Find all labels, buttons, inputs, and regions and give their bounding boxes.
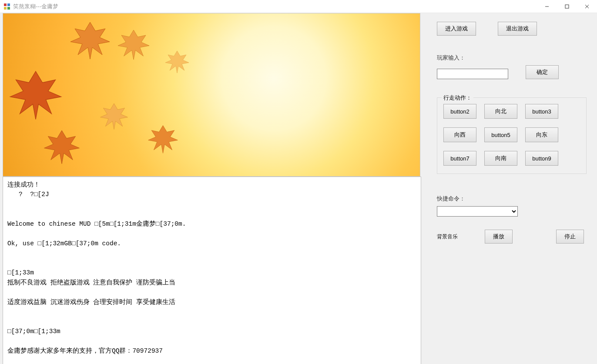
direction-button5[interactable]: button5 <box>484 127 517 142</box>
quick-command-section: 快捷命令： <box>437 195 587 217</box>
direction-east[interactable]: 向东 <box>525 127 558 142</box>
svg-rect-5 <box>565 5 569 8</box>
console-line: 适度游戏益脑 沉迷游戏伤身 合理安排时间 享受健康生活 <box>7 299 175 306</box>
movement-group: 行走动作： button2 向北 button3 向西 button5 向东 b… <box>437 97 587 174</box>
movement-title: 行走动作： <box>442 94 473 102</box>
stop-button[interactable]: 停止 <box>556 230 584 244</box>
direction-button3[interactable]: button3 <box>525 104 558 119</box>
banner-image <box>3 13 420 177</box>
exit-game-button[interactable]: 退出游戏 <box>498 22 537 36</box>
music-section: 背景音乐 播放 停止 <box>437 230 587 244</box>
direction-button2[interactable]: button2 <box>443 104 476 119</box>
direction-button7[interactable]: button7 <box>443 151 476 166</box>
svg-rect-3 <box>7 7 10 10</box>
window-controls <box>537 0 597 13</box>
app-window: 笑熬浆糊---金庸梦 连接成功！ ? ?□[2J Welcome to chin… <box>0 0 597 364</box>
maximize-button[interactable] <box>557 0 577 13</box>
enter-game-button[interactable]: 进入游戏 <box>437 22 476 36</box>
confirm-button[interactable]: 确定 <box>526 65 559 79</box>
player-input[interactable] <box>437 69 508 79</box>
console-output[interactable]: 连接成功！ ? ?□[2J Welcome to chinese MUD □[5… <box>3 177 421 364</box>
console-line: □[1;33m <box>7 269 34 276</box>
titlebar: 笑熬浆糊---金庸梦 <box>0 0 597 13</box>
direction-button9[interactable]: button9 <box>525 151 558 166</box>
app-icon <box>3 3 10 10</box>
quick-command-label: 快捷命令： <box>437 195 587 203</box>
quick-command-select[interactable] <box>437 206 518 217</box>
console-line: 金庸梦感谢大家多年来的支持，官方QQ群：70972937 <box>7 347 163 354</box>
svg-rect-2 <box>4 7 7 10</box>
left-column: 连接成功！ ? ?□[2J Welcome to chinese MUD □[5… <box>3 13 421 364</box>
window-title: 笑熬浆糊---金庸梦 <box>13 3 537 10</box>
music-label: 背景音乐 <box>437 233 463 240</box>
console-line: 抵制不良游戏 拒绝盗版游戏 注意自我保护 谨防受骗上当 <box>7 279 175 286</box>
play-button[interactable]: 播放 <box>485 230 513 244</box>
top-buttons: 进入游戏 退出游戏 <box>437 22 587 36</box>
minimize-button[interactable] <box>537 0 557 13</box>
svg-rect-0 <box>4 3 7 6</box>
console-line: □[37;0m□[1;33m <box>7 328 60 335</box>
console-line: Welcome to chinese MUD □[5m□[1;31m金庸梦□[3… <box>7 220 186 227</box>
close-button[interactable] <box>577 0 597 13</box>
direction-north[interactable]: 向北 <box>484 104 517 119</box>
content-area: 连接成功！ ? ?□[2J Welcome to chinese MUD □[5… <box>0 13 597 364</box>
direction-south[interactable]: 向南 <box>484 151 517 166</box>
direction-west[interactable]: 向西 <box>443 127 476 142</box>
player-input-section: 玩家输入： 确定 <box>437 54 587 92</box>
player-input-label: 玩家输入： <box>437 54 587 62</box>
console-line: 连接成功！ <box>7 181 40 188</box>
svg-rect-1 <box>7 3 10 6</box>
console-line: Ok, use □[1;32mGB□[37;0m code. <box>7 240 121 247</box>
console-line: ? ?□[2J <box>7 191 49 198</box>
right-panel: 进入游戏 退出游戏 玩家输入： 确定 行走动作： button2 向北 butt… <box>426 13 594 364</box>
